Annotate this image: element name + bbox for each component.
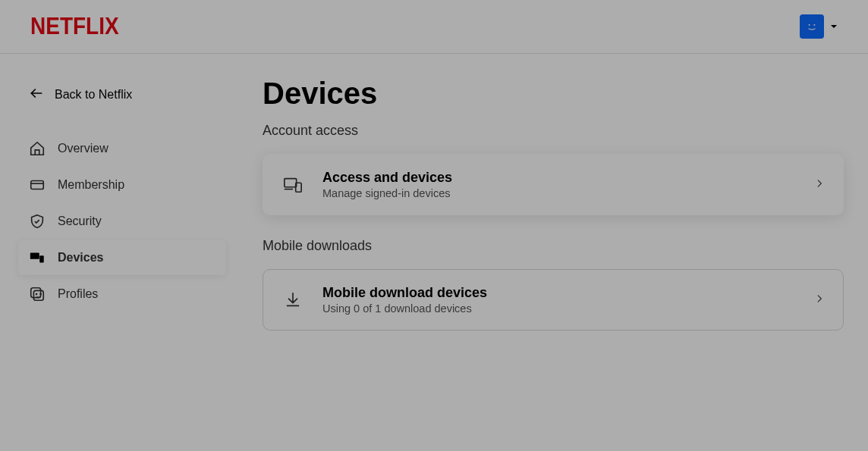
card-title: Mobile download devices bbox=[322, 285, 796, 301]
page-root: NETFLIX Back to Netflix bbox=[0, 0, 868, 451]
card-access-and-devices[interactable]: Access and devices Manage signed-in devi… bbox=[263, 154, 844, 215]
card-mobile-download-devices[interactable]: Mobile download devices Using 0 of 1 dow… bbox=[263, 269, 844, 330]
sidebar: Back to Netflix Overview Membership bbox=[0, 54, 235, 353]
svg-rect-4 bbox=[813, 24, 815, 25]
svg-rect-10 bbox=[31, 288, 41, 298]
sidebar-item-devices[interactable]: Devices bbox=[18, 240, 226, 275]
section-account-access: Account access Access and devices Manage… bbox=[263, 123, 844, 215]
card-text: Access and devices Manage signed-in devi… bbox=[322, 170, 796, 199]
svg-rect-0 bbox=[804, 18, 820, 35]
svg-rect-11 bbox=[33, 290, 43, 300]
avatar bbox=[800, 14, 824, 39]
sidebar-item-label: Profiles bbox=[58, 287, 98, 301]
devices-icon bbox=[29, 249, 46, 266]
section-mobile-downloads: Mobile downloads Mobile download devices… bbox=[263, 238, 844, 330]
sidebar-item-membership[interactable]: Membership bbox=[18, 168, 226, 202]
monitor-phone-icon bbox=[281, 175, 304, 195]
svg-rect-3 bbox=[809, 24, 810, 25]
section-heading: Account access bbox=[263, 123, 844, 139]
netflix-logo[interactable]: NETFLIX bbox=[30, 13, 119, 41]
content: Back to Netflix Overview Membership bbox=[0, 54, 868, 353]
profiles-icon bbox=[29, 286, 46, 302]
page-title: Devices bbox=[263, 77, 844, 111]
profile-menu[interactable] bbox=[800, 14, 838, 39]
back-label: Back to Netflix bbox=[55, 88, 132, 102]
sidebar-item-label: Membership bbox=[58, 178, 124, 192]
svg-rect-8 bbox=[30, 253, 39, 259]
svg-point-13 bbox=[40, 293, 41, 294]
back-to-netflix-link[interactable]: Back to Netflix bbox=[18, 80, 226, 110]
caret-down-icon bbox=[830, 20, 838, 33]
chevron-right-icon bbox=[814, 178, 825, 192]
sidebar-item-label: Devices bbox=[58, 251, 104, 265]
svg-rect-14 bbox=[285, 178, 297, 186]
section-heading: Mobile downloads bbox=[263, 238, 844, 254]
shield-icon bbox=[29, 213, 46, 230]
home-icon bbox=[29, 140, 46, 157]
sidebar-item-label: Overview bbox=[58, 142, 108, 155]
svg-point-12 bbox=[36, 293, 37, 294]
svg-rect-6 bbox=[31, 181, 44, 189]
card-subtitle: Using 0 of 1 download devices bbox=[322, 302, 796, 315]
card-title: Access and devices bbox=[322, 170, 796, 186]
main: Devices Account access Access and device… bbox=[235, 54, 868, 353]
svg-rect-9 bbox=[39, 255, 44, 262]
download-icon bbox=[281, 290, 304, 310]
sidebar-item-label: Security bbox=[58, 215, 102, 228]
header: NETFLIX bbox=[0, 0, 868, 54]
card-text: Mobile download devices Using 0 of 1 dow… bbox=[322, 285, 796, 315]
nav-list: Overview Membership Security bbox=[18, 131, 226, 312]
arrow-left-icon bbox=[29, 86, 44, 104]
sidebar-item-security[interactable]: Security bbox=[18, 204, 226, 239]
sidebar-item-profiles[interactable]: Profiles bbox=[18, 277, 226, 312]
card-subtitle: Manage signed-in devices bbox=[322, 187, 796, 199]
sidebar-item-overview[interactable]: Overview bbox=[18, 131, 226, 166]
chevron-right-icon bbox=[814, 293, 825, 307]
card-icon bbox=[29, 177, 46, 193]
